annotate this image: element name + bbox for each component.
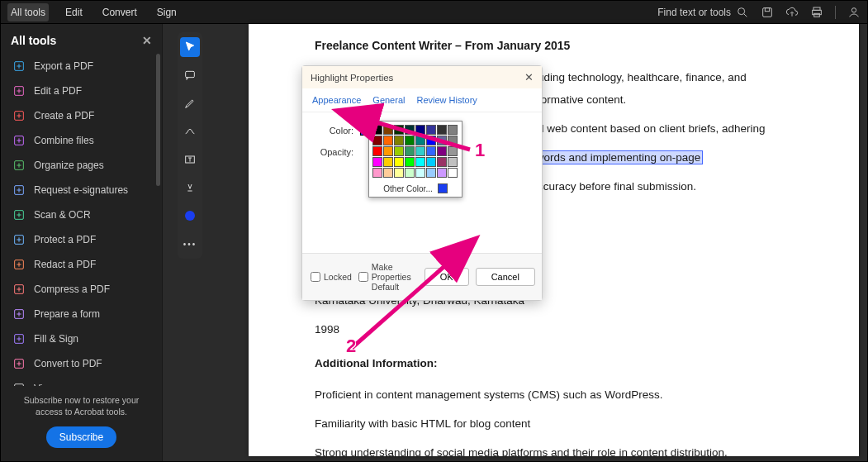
palette-color[interactable]: [426, 157, 436, 167]
color-indicator[interactable]: [180, 206, 200, 226]
palette-color[interactable]: [415, 125, 425, 135]
palette-color[interactable]: [437, 125, 447, 135]
sidebar-item-label: Protect a PDF: [34, 234, 96, 245]
scan-icon: [12, 208, 26, 221]
palette-color[interactable]: [448, 136, 458, 145]
sidebar-item-scan[interactable]: Scan & OCR: [1, 202, 162, 227]
cloud-upload-icon[interactable]: [785, 6, 799, 19]
sidebar-item-export[interactable]: Export a PDF: [1, 54, 162, 79]
palette-color[interactable]: [426, 136, 436, 145]
highlighted-text[interactable]: ywords and implementing on-page: [528, 150, 703, 164]
make-default-checkbox[interactable]: Make Properties Default: [358, 262, 411, 292]
sidebar-item-convert[interactable]: Convert to PDF: [1, 351, 162, 376]
palette-color[interactable]: [426, 146, 436, 156]
sidebar-item-label: Export a PDF: [34, 60, 93, 72]
sidebar-item-fill[interactable]: Fill & Sign: [1, 326, 162, 351]
save-icon[interactable]: [761, 6, 774, 19]
tab-review-history[interactable]: Review History: [416, 92, 477, 108]
dialog-close-icon[interactable]: ✕: [524, 71, 534, 83]
palette-color[interactable]: [426, 168, 436, 178]
palette-color[interactable]: [437, 168, 447, 178]
palette-color[interactable]: [405, 157, 415, 167]
palette-color[interactable]: [383, 146, 393, 156]
print-icon[interactable]: [810, 6, 823, 19]
doc-line-1a: uding technology, healthcare, finance, a…: [538, 69, 826, 88]
subscribe-button[interactable]: Subscribe: [46, 426, 116, 448]
menu-convert[interactable]: Convert: [99, 3, 140, 21]
palette-color[interactable]: [415, 146, 425, 156]
palette-color[interactable]: [448, 146, 458, 156]
sidebar-item-edit[interactable]: Edit a PDF: [1, 79, 162, 103]
palette-color[interactable]: [405, 125, 415, 135]
palette-color[interactable]: [394, 125, 404, 135]
palette-color[interactable]: [372, 136, 382, 145]
sign-icon: [12, 183, 26, 197]
locked-checkbox[interactable]: Locked: [311, 272, 352, 282]
annotation-toolbar: •••: [178, 32, 202, 259]
tab-general[interactable]: General: [372, 92, 405, 108]
palette-color[interactable]: [437, 146, 447, 156]
palette-color[interactable]: [405, 168, 415, 178]
sidebar-item-redact[interactable]: Redact a PDF: [1, 252, 162, 277]
doc-line-1b: formative content.: [538, 91, 826, 110]
palette-color[interactable]: [383, 168, 393, 178]
sidebar-item-label: Edit a PDF: [34, 85, 82, 97]
palette-color[interactable]: [415, 157, 425, 167]
palette-color[interactable]: [415, 136, 425, 145]
find-text-or-tools[interactable]: Find text or tools: [657, 6, 749, 19]
palette-color[interactable]: [405, 146, 415, 156]
menu-edit[interactable]: Edit: [62, 3, 86, 21]
cancel-button[interactable]: Cancel: [476, 268, 535, 286]
text-box-tool[interactable]: [180, 150, 200, 169]
underline-tool[interactable]: [180, 178, 200, 198]
edit-icon: [12, 84, 26, 98]
highlight-tool[interactable]: [180, 93, 200, 113]
more-tools[interactable]: •••: [180, 234, 200, 254]
sidebar-item-form[interactable]: Prepare a form: [1, 302, 162, 326]
redact-icon: [12, 258, 26, 271]
sidebar-item-protect[interactable]: Protect a PDF: [1, 227, 162, 252]
draw-tool[interactable]: [180, 121, 200, 141]
palette-color[interactable]: [394, 146, 404, 156]
other-color-option[interactable]: Other Color...: [372, 181, 458, 193]
sidebar-item-label: Combine files: [34, 135, 94, 146]
palette-color[interactable]: [448, 125, 458, 135]
comment-tool[interactable]: [180, 65, 200, 85]
sidebar-item-sign[interactable]: Request e-signatures: [1, 178, 162, 202]
menu-all-tools[interactable]: All tools: [7, 3, 49, 21]
palette-color[interactable]: [372, 157, 382, 167]
palette-color[interactable]: [394, 136, 404, 145]
sidebar-item-compress[interactable]: Compress a PDF: [1, 277, 162, 302]
tab-appearance[interactable]: Appearance: [312, 92, 361, 108]
tools-list: Export a PDF Edit a PDF Create a PDF Com…: [1, 54, 162, 386]
palette-color[interactable]: [405, 136, 415, 145]
palette-color[interactable]: [394, 168, 404, 178]
palette-color[interactable]: [372, 125, 382, 135]
palette-color[interactable]: [394, 157, 404, 167]
sidebar-scrollbar[interactable]: [156, 54, 160, 186]
palette-color[interactable]: [383, 157, 393, 167]
profile-icon[interactable]: [847, 6, 861, 19]
palette-color[interactable]: [372, 146, 382, 156]
top-menu-bar: All tools Edit Convert Sign Find text or…: [1, 1, 867, 24]
close-panel-icon[interactable]: ✕: [142, 34, 152, 47]
menu-sign[interactable]: Sign: [154, 3, 180, 21]
palette-color[interactable]: [448, 168, 458, 178]
palette-color[interactable]: [372, 168, 382, 178]
all-tools-panel: All tools ✕ Export a PDF Edit a PDF Crea…: [1, 24, 163, 461]
palette-color[interactable]: [383, 136, 393, 145]
sidebar-item-label: Scan & OCR: [34, 209, 91, 221]
palette-color[interactable]: [448, 157, 458, 167]
sidebar-item-combine[interactable]: Combine files: [1, 128, 162, 153]
palette-color[interactable]: [383, 125, 393, 135]
select-tool[interactable]: [180, 37, 200, 57]
palette-color[interactable]: [426, 125, 436, 135]
palette-color[interactable]: [437, 136, 447, 145]
sidebar-item-create[interactable]: Create a PDF: [1, 103, 162, 128]
ok-button[interactable]: OK: [425, 268, 469, 286]
palette-color[interactable]: [437, 157, 447, 167]
sidebar-item-more[interactable]: View more: [1, 376, 162, 386]
svg-point-7: [851, 7, 856, 12]
palette-color[interactable]: [415, 168, 425, 178]
sidebar-item-organize[interactable]: Organize pages: [1, 153, 162, 178]
